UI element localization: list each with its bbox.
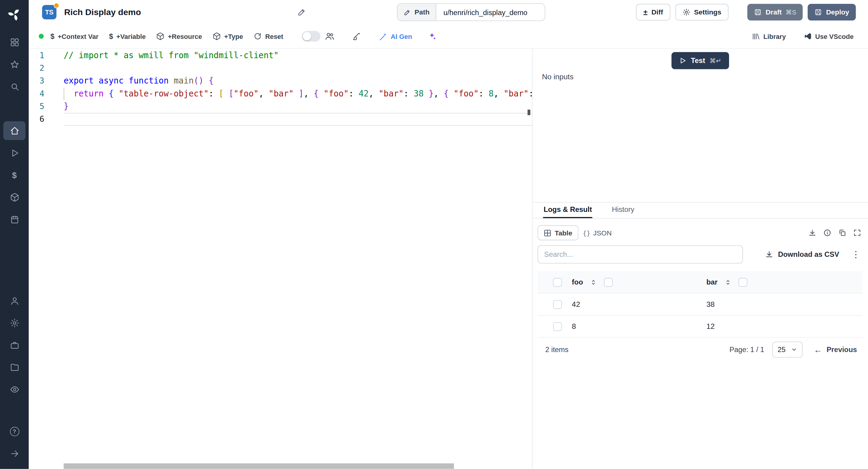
sparkles-icon [428, 32, 437, 41]
code-editor[interactable]: 1// import * as wmill from "windmill-cli… [29, 49, 532, 469]
windmill-logo[interactable] [5, 5, 23, 23]
cell-foo: 8 [568, 322, 703, 331]
ai-gen-button[interactable]: AI Gen [378, 32, 412, 41]
sidebar-item-folders[interactable] [3, 358, 25, 376]
editor-horizontal-scrollbar[interactable] [64, 463, 454, 469]
calendar-icon [10, 215, 19, 224]
deploy-button[interactable]: Deploy [808, 4, 856, 21]
sidebar-item-settings[interactable] [3, 313, 25, 332]
library-button[interactable]: Library [752, 32, 786, 41]
view-json-button[interactable]: {} JSON [578, 225, 616, 241]
copy-result-button[interactable] [838, 229, 846, 237]
line-number: 6 [29, 113, 44, 126]
draft-button[interactable]: Draft ⌘S [747, 4, 803, 21]
sort-foo-button[interactable] [590, 279, 597, 285]
dollar-icon: $ [109, 32, 113, 41]
edit-summary-icon[interactable] [297, 8, 306, 17]
test-button[interactable]: Test ⌘↵ [672, 52, 729, 69]
previous-page-button[interactable]: ← Previous [810, 342, 860, 356]
status-dot [39, 34, 44, 39]
users-icon [325, 32, 334, 41]
result-info-button[interactable] [823, 229, 832, 237]
deploy-icon [814, 8, 822, 16]
add-resource-button[interactable]: +Resource [156, 32, 202, 41]
brush-icon [352, 32, 361, 41]
gear-icon [10, 318, 19, 327]
cube-icon [10, 192, 19, 201]
header: TS Rich Display demo Path u/henri/rich_d… [29, 0, 868, 24]
help-icon: ? [10, 427, 19, 436]
save-icon [754, 8, 762, 16]
sidebar-item-variables[interactable]: $ [3, 165, 25, 184]
home-icon [10, 126, 19, 135]
sidebar-item-dashboard[interactable] [3, 33, 25, 51]
tab-logs-result[interactable]: Logs & Result [543, 202, 592, 218]
tab-history[interactable]: History [611, 202, 635, 217]
add-variable-button[interactable]: $ +Variable [109, 32, 146, 41]
multiplayer-button[interactable] [325, 32, 334, 41]
code-line[interactable]: 2 [29, 62, 532, 75]
library-icon [752, 32, 760, 41]
download-csv-button[interactable]: Download as CSV [762, 248, 842, 261]
assistant-toggle[interactable] [302, 31, 320, 41]
use-vscode-button[interactable]: Use VScode [804, 32, 854, 41]
column-foo-checkbox[interactable] [604, 278, 613, 286]
add-type-button[interactable]: +Type [213, 32, 243, 41]
chevron-down-icon [791, 346, 797, 352]
sort-icon [725, 279, 732, 285]
table-row[interactable]: 4238 [537, 293, 862, 315]
download-icon [808, 229, 817, 237]
settings-button[interactable]: Settings [675, 4, 728, 21]
items-count: 2 items [545, 345, 568, 353]
row-checkbox[interactable] [553, 322, 562, 331]
more-options-button[interactable]: ⋮ [851, 250, 860, 259]
diff-button[interactable]: ± Diff [636, 4, 670, 21]
sidebar-item-favorites[interactable] [3, 55, 25, 73]
code-line[interactable]: 1// import * as wmill from "windmill-cli… [29, 49, 532, 62]
sidebar-item-runs[interactable] [3, 144, 25, 162]
select-all-checkbox[interactable] [553, 278, 562, 286]
format-button[interactable] [352, 32, 361, 41]
sidebar-item-workers[interactable] [3, 336, 25, 354]
path-value: u/henri/rich_display_demo [436, 4, 545, 21]
windmill-logo-icon [8, 8, 21, 21]
sidebar-item-help[interactable]: ? [3, 422, 25, 441]
column-header-bar: bar [707, 278, 718, 286]
star-icon [10, 59, 19, 69]
sidebar-item-resources[interactable] [3, 188, 25, 207]
view-table-button[interactable]: Table [537, 225, 578, 241]
table-row[interactable]: 812 [537, 316, 862, 338]
download-result-button[interactable] [808, 229, 817, 237]
arrow-right-icon [10, 449, 19, 458]
code-line[interactable]: 5} [29, 100, 532, 113]
folder-icon [10, 362, 19, 372]
page-indicator: Page: 1 / 1 [730, 345, 764, 353]
code-line[interactable]: 4 return { "table-row-object": [ ["foo",… [29, 87, 532, 100]
column-bar-checkbox[interactable] [739, 278, 747, 286]
line-number: 3 [29, 75, 44, 87]
sidebar-item-users[interactable] [3, 291, 25, 310]
page-title: Rich Display demo [64, 7, 141, 17]
sparkles-button[interactable] [428, 32, 437, 41]
page-size-select[interactable]: 25 [772, 341, 803, 357]
sidebar-item-audit-logs[interactable] [3, 380, 25, 399]
sidebar-item-home[interactable] [3, 121, 25, 140]
path-control[interactable]: Path u/henri/rich_display_demo [397, 3, 545, 21]
sidebar-collapse[interactable] [3, 444, 25, 463]
badge-dot [54, 3, 59, 8]
search-input[interactable] [537, 245, 743, 264]
play-icon [679, 57, 687, 64]
expand-result-button[interactable] [853, 229, 861, 237]
code-line[interactable]: 3export async function main() { [29, 75, 532, 87]
result-panel: Logs & Result History Table [532, 202, 868, 469]
path-label: Path [414, 8, 430, 16]
row-checkbox[interactable] [553, 300, 562, 309]
code-line[interactable]: 6 [29, 113, 532, 126]
download-icon [765, 250, 774, 259]
sidebar-item-search[interactable] [3, 77, 25, 96]
sidebar-item-schedules[interactable] [3, 210, 25, 228]
path-edit-button[interactable]: Path [398, 4, 436, 21]
add-context-var-button[interactable]: $ +Context Var [50, 32, 98, 41]
reset-button[interactable]: Reset [253, 32, 283, 41]
sort-bar-button[interactable] [725, 279, 732, 285]
